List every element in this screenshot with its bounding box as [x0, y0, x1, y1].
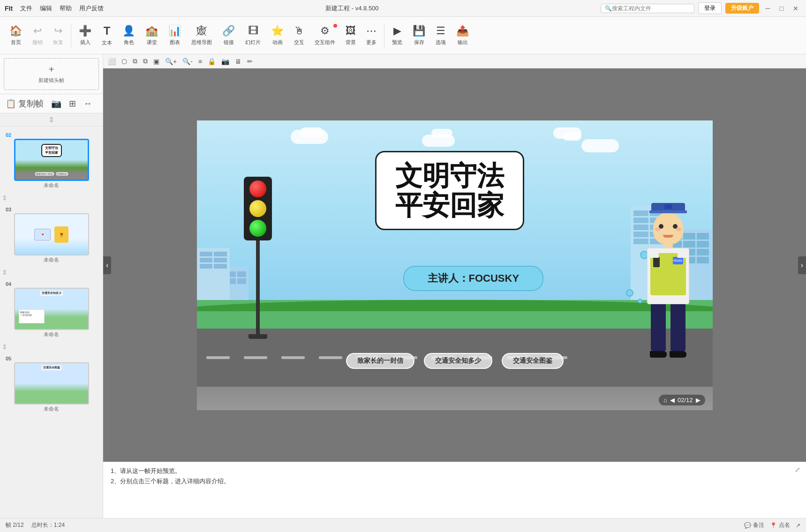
- statusbar: 帧 2/12 总时长：1:24 💬 备注 📍 点名 ↗: [0, 518, 806, 532]
- slide-item-04[interactable]: 04 交通安全知多少 致家长的一封信内容 未命名: [0, 279, 103, 340]
- close-button[interactable]: ✕: [790, 4, 801, 13]
- menu-edit[interactable]: 编辑: [40, 4, 52, 13]
- slide-item-02[interactable]: 02 文明守法平安回家 致家长的一封信 交通安全 未命名: [0, 130, 103, 191]
- point-button[interactable]: 📍 点名: [770, 521, 790, 529]
- toolbar-export[interactable]: 📤 输出: [452, 23, 474, 48]
- text-label: 文本: [102, 39, 112, 46]
- police-character: POLICE: [647, 203, 689, 358]
- more-label: 更多: [366, 39, 377, 46]
- comment-button[interactable]: 💬 备注: [744, 521, 764, 529]
- toolbar-options[interactable]: ☰ 选项: [431, 23, 451, 48]
- upgrade-button[interactable]: 升级账户: [725, 3, 759, 14]
- traffic-base: [249, 334, 267, 339]
- copy-frame-button[interactable]: 📋 复制帧: [4, 97, 45, 110]
- canvas-area: ⬜ ⬡ ⧉ ⧉ ▣ 🔍+ 🔍- ≡ 🔒 📷 🖥 ✏ ‹ ›: [103, 54, 806, 518]
- search-box[interactable]: 🔍: [601, 4, 694, 13]
- nav-btn-2[interactable]: 交通安全知多少: [424, 353, 492, 369]
- toolbar-save[interactable]: 💾 保存: [408, 23, 430, 48]
- edit-tool[interactable]: ✏: [245, 57, 255, 66]
- toolbar-text[interactable]: T 文本: [97, 22, 117, 48]
- zoom-in-tool[interactable]: 🔍+: [163, 57, 179, 66]
- slide-item-03[interactable]: 03 💌 🌻 未命名: [0, 205, 103, 265]
- sidebar: + 新建镜头帧 📋 复制帧 📷 ⊞ ↔ ⇕ 02 文明守法平安回家: [0, 54, 103, 518]
- screen-tool[interactable]: 🖥: [233, 57, 243, 66]
- note-line-1: 1、请从这一帧开始预览。: [111, 467, 798, 475]
- slide-num-04: 04: [6, 281, 11, 287]
- slide-thumb-05[interactable]: 交通安全图鉴: [14, 362, 89, 405]
- toolbar-character[interactable]: 👤 角色: [118, 23, 140, 48]
- login-button[interactable]: 登录: [698, 2, 722, 14]
- titlebar-left: FIt 文件 编辑 帮助 用户反馈: [5, 4, 104, 13]
- minimize-button[interactable]: ─: [763, 4, 773, 13]
- classroom-label: 课堂: [147, 39, 157, 46]
- toolbar-separator-1: [71, 24, 71, 47]
- nav-buttons-row: 致家长的一封信 交通安全知多少 交通安全图鉴: [197, 353, 713, 369]
- screenshot-button[interactable]: 📷: [49, 97, 63, 110]
- group-tool[interactable]: ▣: [151, 57, 161, 66]
- comment-label: 备注: [753, 521, 764, 529]
- copy-tool[interactable]: ⧉: [131, 57, 139, 66]
- slide-name-04: 未命名: [44, 331, 59, 338]
- search-input[interactable]: [612, 5, 682, 12]
- slide-subtitle-box: 主讲人：FOCUSKY: [403, 266, 544, 291]
- nav-home-icon[interactable]: ⌂: [663, 397, 667, 404]
- animation-label: 动画: [272, 39, 283, 46]
- zoom-out-tool[interactable]: 🔍-: [181, 57, 195, 66]
- character-label: 角色: [124, 39, 134, 46]
- insert-label: 插入: [80, 39, 90, 46]
- toolbar-mindmap[interactable]: 🕸 思维导图: [187, 23, 217, 48]
- note-line-2: 2、分别点击三个标题，进入详细内容介绍。: [111, 477, 798, 486]
- toolbar-interact-component[interactable]: ⚙ 交互组件: [310, 23, 340, 48]
- slide-thumb-04[interactable]: 交通安全知多少 致家长的一封信内容: [14, 288, 89, 330]
- redo-icon: ↪: [54, 25, 62, 37]
- toolbar-home[interactable]: 🏠 首页: [5, 23, 27, 48]
- text-icon: T: [104, 24, 111, 37]
- share-icon: ↗: [796, 522, 800, 529]
- toolbar-redo[interactable]: ↪ 恢复: [48, 23, 68, 48]
- slide-thumb-02[interactable]: 文明守法平安回家 致家长的一封信 交通安全: [14, 139, 89, 181]
- nav-prev-icon[interactable]: ◀: [670, 397, 675, 404]
- paste-tool[interactable]: ⧉: [141, 57, 150, 66]
- undo-icon: ↩: [33, 25, 42, 37]
- nav-btn-1[interactable]: 致家长的一封信: [346, 353, 414, 369]
- toolbar-more[interactable]: ⋯ 更多: [362, 23, 381, 48]
- new-frame-button[interactable]: + 新建镜头帧: [4, 58, 99, 90]
- notes-expand-button[interactable]: ⤢: [795, 466, 800, 473]
- nav-next-icon[interactable]: ▶: [696, 397, 701, 404]
- flip-button[interactable]: ↔: [82, 98, 94, 110]
- toolbar-chart[interactable]: 📊 图表: [164, 23, 186, 48]
- canvas-nav-left[interactable]: ‹: [103, 256, 111, 274]
- menu-file[interactable]: 文件: [20, 4, 32, 13]
- select-tool[interactable]: ⬜: [106, 57, 118, 66]
- toolbar-preview[interactable]: ▶ 预览: [387, 23, 407, 48]
- traffic-light-red: [249, 180, 266, 197]
- slide-item-05[interactable]: 05 交通安全图鉴 未命名: [0, 354, 103, 414]
- cloud-4: [581, 139, 619, 152]
- share-button[interactable]: ↗: [796, 522, 800, 529]
- toolbar-classroom[interactable]: 🏫 课堂: [141, 23, 163, 48]
- undo-label: 撤销: [32, 39, 43, 46]
- fit-button[interactable]: ⊞: [67, 97, 78, 110]
- nav-btn-3[interactable]: 交通安全图鉴: [502, 353, 564, 369]
- slide-num-03: 03: [6, 207, 11, 212]
- toolbar-background[interactable]: 🖼 背景: [341, 23, 361, 48]
- maximize-button[interactable]: □: [777, 4, 786, 13]
- toolbar-interact[interactable]: 🖱 交互: [289, 23, 309, 48]
- statusbar-left: 帧 2/12 总时长：1:24: [6, 521, 65, 529]
- export-label: 输出: [458, 39, 468, 46]
- toolbar-animation[interactable]: ⭐ 动画: [266, 23, 288, 48]
- toolbar-slideshow[interactable]: 🎞 幻灯片: [241, 23, 265, 48]
- lock-tool[interactable]: 🔒: [206, 57, 218, 66]
- slide-thumb-03[interactable]: 💌 🌻: [14, 213, 89, 255]
- toolbar-link[interactable]: 🔗 链接: [218, 23, 240, 48]
- toolbar-insert[interactable]: ➕ 插入: [74, 23, 96, 48]
- link-label: 链接: [224, 39, 234, 46]
- menu-feedback[interactable]: 用户反馈: [79, 4, 104, 13]
- camera-tool[interactable]: 📷: [219, 57, 231, 66]
- plus-icon: +: [49, 64, 54, 75]
- canvas-nav-right[interactable]: ›: [798, 256, 806, 274]
- align-tool[interactable]: ≡: [196, 57, 204, 66]
- menu-help[interactable]: 帮助: [60, 4, 72, 13]
- toolbar-undo[interactable]: ↩ 撤销: [28, 23, 47, 48]
- shape-tool[interactable]: ⬡: [120, 57, 129, 66]
